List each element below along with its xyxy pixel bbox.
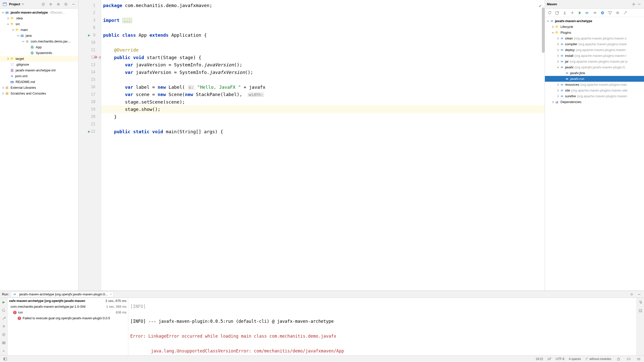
tree-file-gitignore[interactable]: 📄 .gitignore xyxy=(0,62,78,67)
run-gutter-icon[interactable]: ▶ xyxy=(88,129,90,134)
run-tree-jar[interactable]: com.mechanitis:javafx-maven-archetype:ja… xyxy=(8,304,128,309)
chevron-down-icon[interactable] xyxy=(556,65,560,69)
maven-goal-jlink[interactable]: mjavafx:jlink xyxy=(545,70,644,76)
run-tree-fail[interactable]: ! Failed to execute goal org.openjfx:jav… xyxy=(8,315,128,321)
chevron-right-icon[interactable] xyxy=(1,92,5,96)
run-gutter-icon[interactable]: ▶ xyxy=(88,33,90,37)
chevron-right-icon[interactable] xyxy=(6,16,10,20)
chevron-right-icon[interactable] xyxy=(556,88,560,93)
toggle-skip-tests-icon[interactable] xyxy=(600,10,605,16)
collapse-all-icon[interactable] xyxy=(615,10,620,16)
fold-marker[interactable]: ... xyxy=(122,18,132,23)
run-tree-root[interactable]: vafx-maven-archetype [org.openjfx:javafx… xyxy=(8,298,128,304)
generate-sources-icon[interactable] xyxy=(554,10,560,16)
close-tab-icon[interactable]: × xyxy=(110,292,112,296)
tree-external-libs[interactable]: External Libraries xyxy=(0,85,78,90)
run-tab[interactable]: m javafx-maven-archetype [org.openjfx:ja… xyxy=(11,292,113,297)
settings-icon[interactable] xyxy=(631,2,636,7)
reload-icon[interactable] xyxy=(547,10,552,16)
tree-root[interactable]: javafx-maven-archetype ~/Docum… xyxy=(0,10,78,15)
maven-project-root[interactable]: m javafx-maven-archetype xyxy=(545,18,644,24)
project-tree[interactable]: javafx-maven-archetype ~/Docum… 📁 .idea … xyxy=(0,9,78,291)
soft-wrap-icon[interactable] xyxy=(638,299,643,305)
chevron-right-icon[interactable] xyxy=(551,100,555,104)
chevron-right-icon[interactable] xyxy=(556,94,560,98)
download-sources-icon[interactable] xyxy=(562,10,568,16)
status-line-ending[interactable]: LF xyxy=(548,357,551,361)
run-tree-runitem[interactable]: ! run 636 ms xyxy=(8,309,128,315)
tree-package[interactable]: com.mechanitis.demo.jav… xyxy=(0,38,78,44)
maven-plugin-compiler[interactable]: mcompiler(org.apache.maven.plugins:mave xyxy=(545,41,644,47)
chevron-right-icon[interactable] xyxy=(556,60,560,64)
maven-plugin-clean[interactable]: mclean(org.apache.maven.plugins:maven-c xyxy=(545,35,644,41)
run-tree[interactable]: vafx-maven-archetype [org.openjfx:javafx… xyxy=(8,298,128,355)
project-view-icon[interactable] xyxy=(2,2,8,7)
status-encoding[interactable]: UTF-8 xyxy=(556,357,564,361)
tree-scratches[interactable]: Scratches and Consoles xyxy=(0,90,78,96)
hide-icon[interactable] xyxy=(636,2,642,7)
lock-icon[interactable] xyxy=(616,356,621,362)
code-area[interactable]: ✔ package com.mechanitis.demo.javafxmave… xyxy=(101,0,545,291)
maven-goal-run[interactable]: mjavafx:run xyxy=(545,76,644,82)
tool-window-quick-access-icon[interactable] xyxy=(3,356,8,362)
chevron-right-icon[interactable] xyxy=(556,42,560,46)
tree-class-systeminfo[interactable]: C SystemInfo xyxy=(0,50,78,56)
maven-plugin-resources[interactable]: mresources(org.apache.maven.plugins:mav xyxy=(545,82,644,87)
tree-file-readme[interactable]: MD README.md xyxy=(0,79,78,85)
maven-plugin-deploy[interactable]: mdeploy(org.apache.maven.plugins:maven xyxy=(545,47,644,53)
rerun2-icon[interactable] xyxy=(1,307,7,312)
maven-plugin-javafx[interactable]: mjavafx(org.openjfx:javafx-maven-plugin:… xyxy=(545,64,644,70)
tree-folder-src[interactable]: 📁 src xyxy=(0,21,78,27)
chevron-right-icon[interactable] xyxy=(551,25,555,29)
run-icon[interactable] xyxy=(577,10,583,16)
tree-class-app[interactable]: C App xyxy=(0,44,78,50)
collapse-all-icon[interactable] xyxy=(56,2,61,7)
settings-icon[interactable] xyxy=(63,2,69,7)
chevron-right-icon[interactable] xyxy=(556,54,560,58)
maven-plugin-jar[interactable]: mjar(org.apache.maven.plugins:maven-jar-… xyxy=(545,59,644,64)
chevron-down-icon[interactable] xyxy=(16,34,20,38)
chevron-down-icon[interactable] xyxy=(6,22,10,26)
add-icon[interactable] xyxy=(570,10,575,16)
maven-settings-icon[interactable] xyxy=(622,10,628,16)
chevron-right-icon[interactable] xyxy=(556,83,560,87)
editor-scrollbar[interactable] xyxy=(542,8,545,53)
rerun-icon[interactable]: ▶ xyxy=(1,299,7,304)
memory-indicator-icon[interactable] xyxy=(626,356,631,362)
scroll-to-end-icon[interactable] xyxy=(638,308,643,313)
maven-lifecycle[interactable]: 📁 Lifecycle xyxy=(545,24,644,30)
show-dependencies-icon[interactable] xyxy=(607,10,613,16)
tree-folder-target[interactable]: 📁 target xyxy=(0,56,78,62)
override-gutter-icon[interactable] xyxy=(94,55,97,60)
hide-icon[interactable] xyxy=(636,292,642,297)
more-icon[interactable]: » xyxy=(1,348,7,353)
status-git-branch[interactable]: without-modules xyxy=(585,357,611,361)
project-title[interactable]: Project xyxy=(9,2,20,6)
notifications-icon[interactable] xyxy=(636,356,641,362)
maven-plugin-surefire[interactable]: msurefire(org.apache.maven.plugins:maven xyxy=(545,93,644,99)
toggle-offline-icon[interactable] xyxy=(592,10,598,16)
maven-plugins[interactable]: 📁 Plugins xyxy=(545,30,644,35)
status-caret-position[interactable]: 19:22 xyxy=(536,357,543,361)
chevron-down-icon[interactable] xyxy=(551,31,555,35)
chevron-right-icon[interactable] xyxy=(6,57,10,61)
wrench-icon[interactable] xyxy=(1,316,7,321)
stop-icon[interactable] xyxy=(1,324,7,329)
tree-file-iml[interactable]: javafx-maven-archetype.iml xyxy=(0,67,78,73)
chevron-right-icon[interactable] xyxy=(1,86,5,90)
tree-file-pom[interactable]: m pom.xml xyxy=(0,73,78,79)
maven-plugin-site[interactable]: msite(org.apache.maven.plugins:maven-sit… xyxy=(545,87,644,93)
chevron-down-icon[interactable] xyxy=(11,28,15,32)
inspection-ok-icon[interactable]: ✔ xyxy=(539,2,542,10)
chevron-right-icon[interactable] xyxy=(556,36,560,40)
expand-all-icon[interactable] xyxy=(48,2,54,7)
hide-icon[interactable] xyxy=(71,2,76,7)
console-output[interactable]: [INFO] [INFO] --- javafx-maven-plugin:0.… xyxy=(128,298,636,355)
chevron-down-icon[interactable] xyxy=(21,39,25,43)
tree-folder-java[interactable]: java xyxy=(0,33,78,38)
chevron-down-icon[interactable] xyxy=(546,19,550,23)
dropdown-icon[interactable] xyxy=(22,2,24,6)
tree-folder-idea[interactable]: 📁 .idea xyxy=(0,15,78,21)
chevron-down-icon[interactable] xyxy=(1,11,5,15)
maven-dependencies[interactable]: Dependencies xyxy=(545,99,644,105)
